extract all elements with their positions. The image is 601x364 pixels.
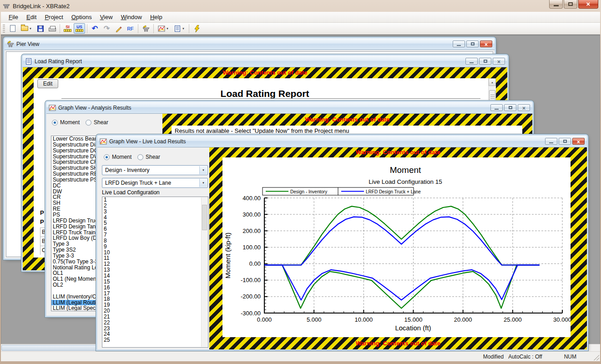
new-file-icon[interactable] — [7, 23, 18, 34]
list-item[interactable]: 23 — [102, 326, 208, 332]
list-item[interactable]: 5 — [102, 220, 208, 226]
menu-options[interactable]: Options — [67, 12, 96, 22]
menu-view[interactable]: View — [96, 12, 117, 22]
report-titlebar[interactable]: Load Rating Report — [23, 56, 507, 67]
analysis-radio-moment[interactable]: Moment — [52, 119, 80, 126]
svg-text:10.000: 10.000 — [354, 316, 373, 323]
analysis-radio-shear[interactable]: Shear — [86, 119, 108, 126]
liveload-radio-shear[interactable]: Shear — [137, 154, 160, 160]
report-restore-button[interactable] — [479, 58, 491, 65]
list-item[interactable]: 17 — [102, 291, 208, 297]
list-item[interactable]: 10 — [102, 250, 208, 256]
liveload-minimize-button[interactable] — [545, 138, 557, 145]
svg-text:30.000: 30.000 — [553, 316, 571, 323]
vehicle-combo[interactable]: LRFD Design Truck + Lane▼ — [102, 178, 208, 188]
toolbar-grip[interactable] — [3, 25, 5, 33]
svg-text:Design - Inventory: Design - Inventory — [290, 189, 327, 194]
list-item[interactable]: 13 — [102, 267, 208, 273]
analysis-warning-top: Warning: Contents out of date — [162, 116, 532, 123]
print-icon[interactable] — [46, 23, 58, 34]
svg-text:300.00: 300.00 — [242, 211, 261, 218]
svg-text:Moment (kip-ft): Moment (kip-ft) — [224, 233, 232, 278]
pier-view-icon[interactable] — [140, 23, 152, 34]
svg-text:Moment: Moment — [390, 165, 421, 175]
list-item[interactable]: 22 — [102, 320, 208, 326]
list-item[interactable]: 18 — [102, 296, 208, 302]
live-load-config-list[interactable]: 1234567891011121314151617181920212223242… — [102, 197, 208, 348]
resize-grip[interactable] — [594, 355, 599, 360]
undo-icon[interactable]: ↶ — [89, 23, 101, 34]
menu-help[interactable]: Help — [146, 12, 167, 22]
report-scroll-thumb[interactable] — [489, 90, 495, 103]
report-close-button[interactable] — [493, 58, 505, 65]
scroll-up-icon[interactable] — [489, 78, 496, 86]
toolbar-separator — [60, 24, 60, 33]
analysis-titlebar[interactable]: Graph View - Analysis Results — [46, 102, 532, 114]
restore-button[interactable] — [564, 0, 577, 9]
minimize-button[interactable] — [549, 0, 563, 9]
pier-minimize-button[interactable] — [453, 40, 465, 47]
list-item[interactable]: 21 — [102, 314, 208, 320]
list-item[interactable]: 6 — [102, 226, 208, 232]
live-load-results-window: Graph View - Live Load Results Moment Sh… — [97, 136, 587, 349]
autocalc-icon[interactable] — [191, 23, 202, 34]
list-item[interactable]: 11 — [102, 255, 208, 261]
liveload-restore-button[interactable] — [559, 138, 571, 145]
list-item[interactable]: 20 — [102, 308, 208, 314]
liveload-close-button[interactable] — [572, 138, 585, 145]
analysis-minimize-button[interactable] — [490, 104, 503, 111]
edit-icon[interactable] — [113, 23, 124, 34]
open-file-icon[interactable]: ▼ — [19, 23, 34, 34]
list-item[interactable]: 25 — [102, 337, 208, 343]
list-item[interactable]: 12 — [102, 261, 208, 267]
menu-file[interactable]: File — [5, 12, 22, 22]
rating-factor-icon[interactable]: RF — [125, 23, 136, 34]
graph-view-icon[interactable]: ▼ — [156, 23, 171, 34]
si-units-icon[interactable]: SI — [62, 23, 73, 34]
list-item[interactable]: 24 — [102, 331, 208, 337]
liveload-radio-moment[interactable]: Moment — [104, 154, 131, 160]
list-item[interactable]: 9 — [102, 244, 208, 250]
liveload-titlebar[interactable]: Graph View - Live Load Results — [97, 136, 587, 147]
analysis-close-button[interactable] — [518, 104, 530, 111]
list-item[interactable]: 16 — [102, 285, 208, 291]
toolbar-separator — [87, 24, 87, 33]
list-item[interactable]: 15 — [102, 279, 208, 285]
list-item[interactable]: 2 — [102, 203, 208, 209]
report-minimize-button[interactable] — [465, 58, 478, 65]
pier-view-titlebar[interactable]: Pier View — [5, 38, 495, 50]
svg-text:-200.00: -200.00 — [241, 293, 261, 300]
svg-text:Location (ft): Location (ft) — [395, 324, 431, 332]
menu-window[interactable]: Window — [117, 12, 146, 22]
moment-chart-svg: MomentLive Load Configuration 15400.0030… — [222, 157, 571, 337]
edit-button[interactable]: Edit — [37, 79, 58, 88]
rating-type-combo[interactable]: Design - Inventory▼ — [102, 165, 208, 175]
status-num-lock: NUM — [564, 354, 576, 360]
close-button[interactable] — [578, 0, 598, 9]
menu-edit[interactable]: Edit — [22, 12, 40, 22]
main-titlebar[interactable]: BridgeLink - XBRate2 — [0, 0, 601, 12]
chevron-down-icon[interactable]: ▼ — [199, 179, 207, 187]
liveload-warning-border: Warning: Contents out of date Warning: C… — [209, 147, 587, 349]
graph-icon — [49, 104, 56, 111]
report-view-icon[interactable]: ▼ — [172, 23, 187, 34]
list-item[interactable]: 4 — [102, 215, 208, 221]
save-icon[interactable] — [35, 23, 46, 34]
svg-text:5.000: 5.000 — [307, 316, 322, 323]
us-units-icon[interactable]: US — [74, 23, 85, 34]
list-item[interactable]: 8 — [102, 238, 208, 244]
list-item[interactable]: 14 — [102, 273, 208, 279]
analysis-restore-button[interactable] — [504, 104, 516, 111]
svg-text:LRFD Design Truck + Lane: LRFD Design Truck + Lane — [366, 189, 421, 194]
list-item[interactable]: 3 — [102, 209, 208, 215]
list-item[interactable]: 7 — [102, 232, 208, 238]
list-item[interactable]: 19 — [102, 302, 208, 308]
config-scrollbar[interactable] — [201, 197, 207, 347]
chevron-down-icon[interactable]: ▼ — [199, 166, 207, 174]
menu-project[interactable]: Project — [40, 12, 67, 22]
redo-icon[interactable]: ↷ — [101, 23, 112, 34]
config-label: Live Load Configuration — [102, 189, 160, 196]
pier-close-button[interactable] — [480, 40, 492, 47]
list-item[interactable]: 1 — [102, 197, 208, 203]
pier-restore-button[interactable] — [466, 40, 479, 47]
